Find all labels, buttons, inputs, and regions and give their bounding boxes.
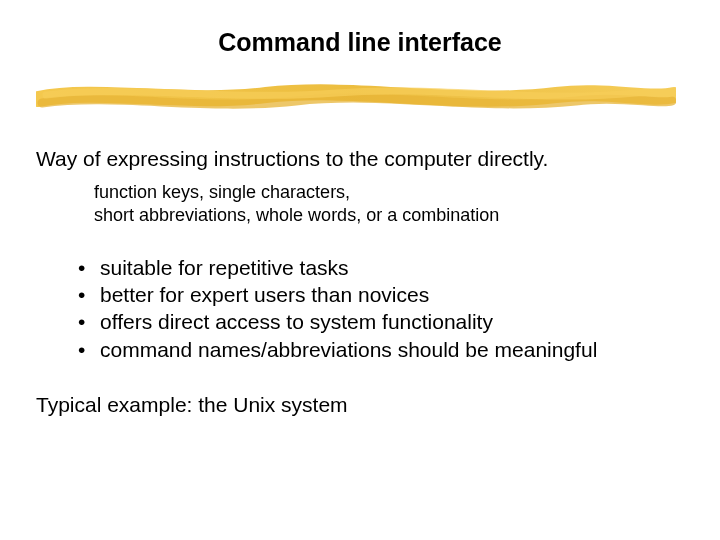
slide-title: Command line interface xyxy=(36,28,684,57)
subnote-line-2: short abbreviations, whole words, or a c… xyxy=(94,205,499,225)
subnote-line-1: function keys, single characters, xyxy=(94,182,350,202)
example-text: Typical example: the Unix system xyxy=(36,393,684,417)
list-item: offers direct access to system functiona… xyxy=(78,308,684,335)
list-item: better for expert users than novices xyxy=(78,281,684,308)
slide: Command line interface Way of expressing… xyxy=(0,0,720,417)
list-item: command names/abbreviations should be me… xyxy=(78,336,684,363)
intro-text: Way of expressing instructions to the co… xyxy=(36,147,684,171)
brush-underline-icon xyxy=(36,81,676,115)
list-item: suitable for repetitive tasks xyxy=(78,254,684,281)
subnote-text: function keys, single characters, short … xyxy=(94,181,684,228)
bullet-list: suitable for repetitive tasks better for… xyxy=(78,254,684,363)
